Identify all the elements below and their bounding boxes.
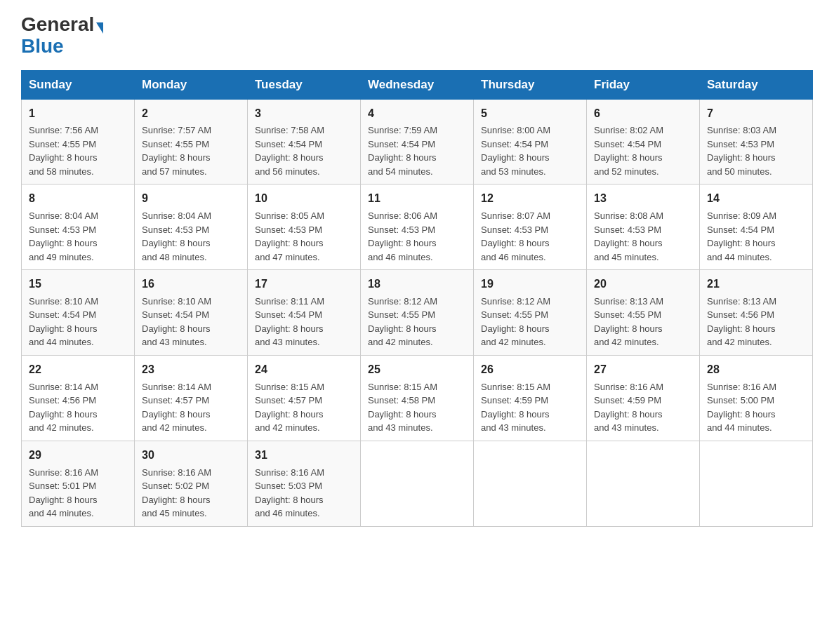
- day-cell-5: 5Sunrise: 8:00 AMSunset: 4:54 PMDaylight…: [474, 99, 587, 185]
- header-saturday: Saturday: [700, 70, 813, 99]
- day-info-14: Sunrise: 8:09 AMSunset: 4:54 PMDaylight:…: [707, 209, 805, 264]
- logo-general-line: General: [21, 14, 103, 36]
- day-info-25: Sunrise: 8:15 AMSunset: 4:58 PMDaylight:…: [368, 380, 466, 435]
- day-info-31: Sunrise: 8:16 AMSunset: 5:03 PMDaylight:…: [255, 466, 353, 521]
- logo-blue-line: Blue: [21, 36, 64, 58]
- day-number-17: 17: [255, 276, 353, 293]
- day-info-12: Sunrise: 8:07 AMSunset: 4:53 PMDaylight:…: [481, 209, 579, 264]
- day-number-8: 8: [29, 190, 127, 208]
- day-info-9: Sunrise: 8:04 AMSunset: 4:53 PMDaylight:…: [142, 209, 240, 264]
- day-number-4: 4: [368, 105, 466, 123]
- day-cell-1: 1Sunrise: 7:56 AMSunset: 4:55 PMDaylight…: [22, 99, 135, 185]
- day-cell-23: 23Sunrise: 8:14 AMSunset: 4:57 PMDayligh…: [135, 355, 248, 441]
- day-cell-15: 15Sunrise: 8:10 AMSunset: 4:54 PMDayligh…: [22, 270, 135, 356]
- logo-general-text: General: [21, 13, 94, 35]
- day-info-2: Sunrise: 7:57 AMSunset: 4:55 PMDaylight:…: [142, 123, 240, 178]
- day-number-19: 19: [481, 276, 579, 293]
- day-number-18: 18: [368, 276, 466, 293]
- logo: General Blue: [21, 14, 103, 58]
- day-number-3: 3: [255, 105, 353, 123]
- day-cell-21: 21Sunrise: 8:13 AMSunset: 4:56 PMDayligh…: [700, 270, 813, 356]
- day-cell-6: 6Sunrise: 8:02 AMSunset: 4:54 PMDaylight…: [587, 99, 700, 185]
- empty-cell-w4-d3: [361, 441, 474, 526]
- day-info-4: Sunrise: 7:59 AMSunset: 4:54 PMDaylight:…: [368, 123, 466, 178]
- day-info-16: Sunrise: 8:10 AMSunset: 4:54 PMDaylight:…: [142, 295, 240, 349]
- day-info-20: Sunrise: 8:13 AMSunset: 4:55 PMDaylight:…: [594, 295, 692, 349]
- day-number-5: 5: [481, 105, 579, 123]
- day-number-7: 7: [707, 105, 805, 123]
- day-number-9: 9: [142, 190, 240, 208]
- day-number-16: 16: [142, 276, 240, 293]
- week-row-5: 29Sunrise: 8:16 AMSunset: 5:01 PMDayligh…: [22, 441, 813, 526]
- page-header: General Blue: [21, 14, 813, 58]
- day-info-30: Sunrise: 8:16 AMSunset: 5:02 PMDaylight:…: [142, 466, 240, 521]
- day-cell-28: 28Sunrise: 8:16 AMSunset: 5:00 PMDayligh…: [700, 355, 813, 441]
- day-info-15: Sunrise: 8:10 AMSunset: 4:54 PMDaylight:…: [29, 295, 127, 349]
- day-number-21: 21: [707, 276, 805, 293]
- day-number-1: 1: [29, 105, 127, 123]
- logo-triangle-icon: [96, 22, 103, 34]
- day-info-27: Sunrise: 8:16 AMSunset: 4:59 PMDaylight:…: [594, 380, 692, 435]
- day-cell-24: 24Sunrise: 8:15 AMSunset: 4:57 PMDayligh…: [248, 355, 361, 441]
- day-cell-9: 9Sunrise: 8:04 AMSunset: 4:53 PMDaylight…: [135, 185, 248, 270]
- day-cell-30: 30Sunrise: 8:16 AMSunset: 5:02 PMDayligh…: [135, 441, 248, 526]
- day-info-3: Sunrise: 7:58 AMSunset: 4:54 PMDaylight:…: [255, 123, 353, 178]
- day-number-27: 27: [594, 361, 692, 379]
- day-number-25: 25: [368, 361, 466, 379]
- day-cell-17: 17Sunrise: 8:11 AMSunset: 4:54 PMDayligh…: [248, 270, 361, 356]
- day-number-23: 23: [142, 361, 240, 379]
- day-info-11: Sunrise: 8:06 AMSunset: 4:53 PMDaylight:…: [368, 209, 466, 264]
- week-row-4: 22Sunrise: 8:14 AMSunset: 4:56 PMDayligh…: [22, 355, 813, 441]
- day-cell-29: 29Sunrise: 8:16 AMSunset: 5:01 PMDayligh…: [22, 441, 135, 526]
- day-info-18: Sunrise: 8:12 AMSunset: 4:55 PMDaylight:…: [368, 295, 466, 349]
- day-info-8: Sunrise: 8:04 AMSunset: 4:53 PMDaylight:…: [29, 209, 127, 264]
- day-cell-11: 11Sunrise: 8:06 AMSunset: 4:53 PMDayligh…: [361, 185, 474, 270]
- empty-cell-w4-d4: [474, 441, 587, 526]
- header-wednesday: Wednesday: [361, 70, 474, 99]
- day-number-10: 10: [255, 190, 353, 208]
- header-thursday: Thursday: [474, 70, 587, 99]
- day-cell-20: 20Sunrise: 8:13 AMSunset: 4:55 PMDayligh…: [587, 270, 700, 356]
- day-info-22: Sunrise: 8:14 AMSunset: 4:56 PMDaylight:…: [29, 380, 127, 435]
- day-number-6: 6: [594, 105, 692, 123]
- day-number-31: 31: [255, 447, 353, 464]
- header-monday: Monday: [135, 70, 248, 99]
- day-info-21: Sunrise: 8:13 AMSunset: 4:56 PMDaylight:…: [707, 295, 805, 349]
- header-friday: Friday: [587, 70, 700, 99]
- day-number-28: 28: [707, 361, 805, 379]
- week-row-2: 8Sunrise: 8:04 AMSunset: 4:53 PMDaylight…: [22, 185, 813, 270]
- day-number-20: 20: [594, 276, 692, 293]
- day-info-7: Sunrise: 8:03 AMSunset: 4:53 PMDaylight:…: [707, 123, 805, 178]
- day-cell-19: 19Sunrise: 8:12 AMSunset: 4:55 PMDayligh…: [474, 270, 587, 356]
- day-number-14: 14: [707, 190, 805, 208]
- day-cell-13: 13Sunrise: 8:08 AMSunset: 4:53 PMDayligh…: [587, 185, 700, 270]
- header-tuesday: Tuesday: [248, 70, 361, 99]
- calendar-header-row: SundayMondayTuesdayWednesdayThursdayFrid…: [22, 70, 813, 99]
- day-info-28: Sunrise: 8:16 AMSunset: 5:00 PMDaylight:…: [707, 380, 805, 435]
- day-cell-2: 2Sunrise: 7:57 AMSunset: 4:55 PMDaylight…: [135, 99, 248, 185]
- day-number-11: 11: [368, 190, 466, 208]
- day-cell-16: 16Sunrise: 8:10 AMSunset: 4:54 PMDayligh…: [135, 270, 248, 356]
- day-cell-18: 18Sunrise: 8:12 AMSunset: 4:55 PMDayligh…: [361, 270, 474, 356]
- day-info-5: Sunrise: 8:00 AMSunset: 4:54 PMDaylight:…: [481, 123, 579, 178]
- day-cell-26: 26Sunrise: 8:15 AMSunset: 4:59 PMDayligh…: [474, 355, 587, 441]
- day-cell-4: 4Sunrise: 7:59 AMSunset: 4:54 PMDaylight…: [361, 99, 474, 185]
- day-info-10: Sunrise: 8:05 AMSunset: 4:53 PMDaylight:…: [255, 209, 353, 264]
- day-info-26: Sunrise: 8:15 AMSunset: 4:59 PMDaylight:…: [481, 380, 579, 435]
- day-cell-12: 12Sunrise: 8:07 AMSunset: 4:53 PMDayligh…: [474, 185, 587, 270]
- week-row-3: 15Sunrise: 8:10 AMSunset: 4:54 PMDayligh…: [22, 270, 813, 356]
- day-info-29: Sunrise: 8:16 AMSunset: 5:01 PMDaylight:…: [29, 466, 127, 521]
- week-row-1: 1Sunrise: 7:56 AMSunset: 4:55 PMDaylight…: [22, 99, 813, 185]
- day-number-2: 2: [142, 105, 240, 123]
- day-info-1: Sunrise: 7:56 AMSunset: 4:55 PMDaylight:…: [29, 123, 127, 178]
- calendar-table: SundayMondayTuesdayWednesdayThursdayFrid…: [21, 70, 813, 527]
- day-number-26: 26: [481, 361, 579, 379]
- day-cell-3: 3Sunrise: 7:58 AMSunset: 4:54 PMDaylight…: [248, 99, 361, 185]
- day-cell-25: 25Sunrise: 8:15 AMSunset: 4:58 PMDayligh…: [361, 355, 474, 441]
- day-number-12: 12: [481, 190, 579, 208]
- empty-cell-w4-d6: [700, 441, 813, 526]
- day-cell-7: 7Sunrise: 8:03 AMSunset: 4:53 PMDaylight…: [700, 99, 813, 185]
- day-cell-10: 10Sunrise: 8:05 AMSunset: 4:53 PMDayligh…: [248, 185, 361, 270]
- day-cell-22: 22Sunrise: 8:14 AMSunset: 4:56 PMDayligh…: [22, 355, 135, 441]
- day-number-13: 13: [594, 190, 692, 208]
